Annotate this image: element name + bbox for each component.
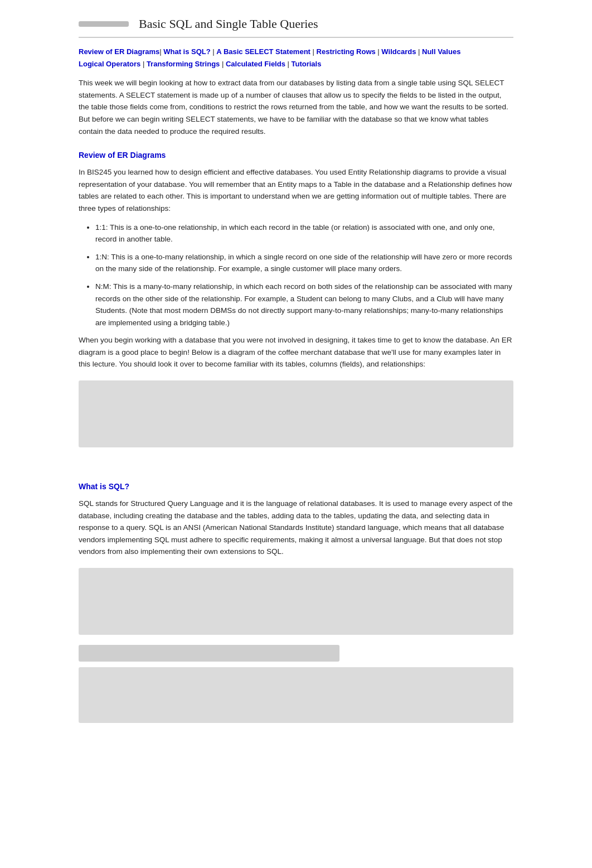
- nav-link-null[interactable]: Null Values: [422, 47, 460, 56]
- page-header: Basic SQL and Single Table Queries: [79, 17, 513, 38]
- section-sql: What is SQL? SQL stands for Structured Q…: [79, 482, 513, 723]
- sql-image-3: [79, 667, 513, 723]
- nav-link-select[interactable]: A Basic SELECT Statement: [216, 47, 310, 56]
- section-title-er: Review of ER Diagrams: [79, 151, 513, 160]
- nav-link-strings[interactable]: Transforming Strings: [147, 60, 220, 68]
- bullet-list-er: 1:1: This is a one-to-one relationship, …: [95, 221, 513, 329]
- section-body-er-1: In BIS245 you learned how to design effi…: [79, 166, 513, 214]
- intro-paragraph: This week we will begin looking at how t…: [79, 77, 513, 137]
- nav-link-calc[interactable]: Calculated Fields: [226, 60, 285, 68]
- sql-image-1: [79, 568, 513, 635]
- sql-image-2: [79, 645, 339, 662]
- page-container: Basic SQL and Single Table Queries Revie…: [56, 0, 536, 762]
- nav-link-er[interactable]: Review of ER Diagrams: [79, 47, 159, 56]
- section-er: Review of ER Diagrams In BIS245 you lear…: [79, 151, 513, 447]
- nav-links: Review of ER Diagrams| What is SQL? | A …: [79, 46, 513, 70]
- section-body-sql: SQL stands for Structured Query Language…: [79, 498, 513, 558]
- spacer-1: [79, 457, 513, 469]
- bullet-item-1n: 1:N: This is a one-to-many relationship,…: [95, 251, 513, 275]
- section-body-er-2: When you begin working with a database t…: [79, 334, 513, 370]
- nav-link-logical[interactable]: Logical Operators: [79, 60, 140, 68]
- header-decoration: [79, 21, 129, 27]
- section-title-sql: What is SQL?: [79, 482, 513, 491]
- nav-link-wildcards[interactable]: Wildcards: [381, 47, 416, 56]
- bullet-item-nm: N:M: This is a many-to-many relationship…: [95, 281, 513, 329]
- nav-link-restrict[interactable]: Restricting Rows: [317, 47, 376, 56]
- bullet-item-11: 1:1: This is a one-to-one relationship, …: [95, 221, 513, 245]
- nav-link-tutorials[interactable]: Tutorials: [292, 60, 322, 68]
- er-diagram-image: [79, 380, 513, 447]
- page-title: Basic SQL and Single Table Queries: [139, 17, 318, 31]
- nav-link-sql[interactable]: What is SQL?: [163, 47, 211, 56]
